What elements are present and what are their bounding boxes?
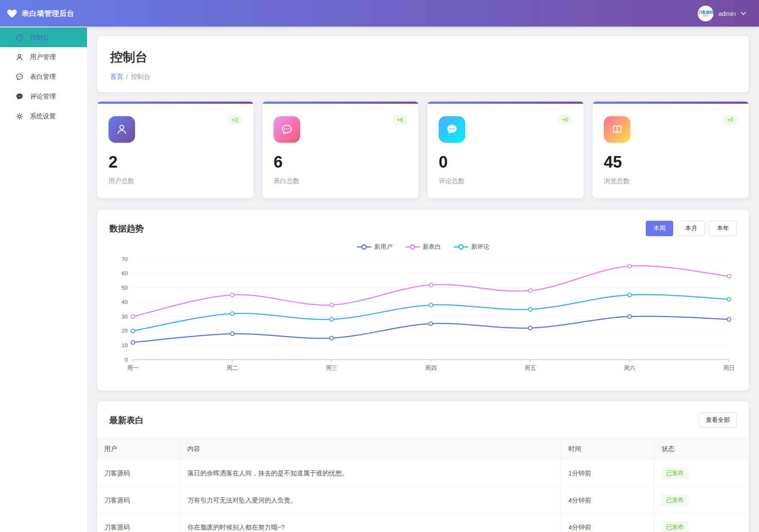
trend-card-header: 数据趋势 本周本月本年 — [109, 221, 737, 236]
avatar-logo-text: 刀客源码 — [698, 10, 714, 15]
latest-card: 最新表白 查看全部 用户内容时间状态 刀客源码落日的余晖洒落在人间，抹去的是不知… — [97, 401, 749, 532]
sidebar-item-comments[interactable]: 评论管理 — [0, 87, 87, 106]
svg-text:周六: 周六 — [624, 365, 636, 371]
svg-text:50: 50 — [122, 285, 128, 291]
sidebar-item-users[interactable]: 用户管理 — [0, 47, 87, 67]
stat-value: 0 — [439, 154, 572, 170]
page-header-card: 控制台 首页/控制台 — [97, 36, 749, 92]
latest-card-header: 最新表白 查看全部 — [97, 412, 749, 428]
book-icon — [604, 116, 630, 143]
breadcrumb-current: 控制台 — [131, 73, 150, 80]
legend-label: 新评论 — [471, 243, 489, 251]
svg-text:20: 20 — [122, 328, 128, 334]
stat-card-confessions: +66表白总数 — [262, 102, 419, 198]
sidebar-item-label: 控制台 — [30, 33, 49, 42]
status-badge: 已发布 — [662, 521, 689, 532]
username[interactable]: admin — [718, 10, 736, 17]
legend-marker-icon — [357, 244, 371, 250]
table-row: 刀客源码落日的余晖洒落在人间，抹去的是不知道属于谁的忧愁。1分钟前已发布 — [97, 460, 749, 487]
legend-label: 新表白 — [423, 243, 441, 251]
legend-marker-icon — [405, 244, 420, 250]
stat-label: 评论总数 — [439, 177, 572, 185]
user-icon — [15, 53, 24, 61]
brand: 表白墙管理后台 — [0, 9, 87, 18]
stat-delta-badge: +6 — [393, 115, 407, 125]
app-header: 表白墙管理后台 刀客源码 ●●●●● admin — [0, 0, 759, 27]
stat-card-users: +22用户总数 — [97, 102, 253, 198]
sidebar-item-label: 系统设置 — [30, 112, 56, 120]
avatar-logo-sub: ●●●●● — [703, 15, 708, 17]
sidebar-item-confessions[interactable]: 表白管理 — [0, 67, 87, 87]
legend-label: 新用户 — [374, 243, 392, 251]
table-header-cell: 状态 — [654, 439, 749, 460]
table-row: 刀客源码万有引力可无法对坠入爱河的人负责。4分钟前已发布 — [97, 487, 749, 514]
user-cell: 刀客源码 — [97, 460, 179, 487]
stat-label: 表白总数 — [274, 177, 407, 185]
heart-icon — [7, 9, 17, 18]
svg-text:周五: 周五 — [524, 365, 536, 371]
table-header-cell: 用户 — [97, 439, 179, 460]
stat-delta-badge: +0 — [723, 115, 737, 125]
table-header-cell: 时间 — [560, 439, 654, 460]
trend-line-chart[interactable]: 010203040506070周一周二周三周四周五周六周日 — [109, 252, 737, 381]
avatar[interactable]: 刀客源码 ●●●●● — [698, 6, 714, 21]
user-menu[interactable]: 刀客源码 ●●●●● admin — [698, 6, 759, 21]
page-title: 控制台 — [110, 49, 736, 66]
svg-text:周四: 周四 — [425, 365, 437, 371]
stat-value: 2 — [108, 154, 242, 170]
svg-text:30: 30 — [122, 313, 128, 320]
stat-card-accent-bar — [593, 102, 749, 104]
sidebar-item-label: 用户管理 — [30, 53, 56, 61]
stat-card-accent-bar — [262, 102, 419, 104]
chart-canvas[interactable]: 010203040506070周一周二周三周四周五周六周日 — [109, 252, 737, 383]
sidebar-item-dashboard[interactable]: 控制台 — [0, 27, 87, 47]
stat-label: 用户总数 — [108, 177, 242, 185]
user-cell: 刀客源码 — [97, 514, 179, 532]
table-header-cell: 内容 — [179, 439, 560, 460]
legend-item[interactable]: 新用户 — [357, 243, 392, 251]
range-button-week[interactable]: 本周 — [646, 221, 673, 236]
content-cell: 落日的余晖洒落在人间，抹去的是不知道属于谁的忧愁。 — [179, 460, 560, 487]
chat-filled-icon — [15, 92, 24, 101]
time-cell: 4分钟前 — [560, 514, 654, 532]
sidebar-item-settings[interactable]: 系统设置 — [0, 106, 87, 126]
svg-text:周日: 周日 — [723, 365, 735, 371]
legend-item[interactable]: 新评论 — [454, 243, 489, 251]
sidebar-item-label: 表白管理 — [30, 73, 56, 81]
stat-card-views: +045浏览总数 — [593, 102, 749, 198]
range-button-month[interactable]: 本月 — [678, 221, 705, 236]
trend-card: 数据趋势 本周本月本年 新用户新表白新评论 010203040506070周一周… — [97, 210, 749, 391]
svg-text:40: 40 — [122, 299, 128, 305]
gear-icon — [15, 112, 24, 120]
stat-delta-badge: +2 — [228, 115, 242, 125]
latest-table: 用户内容时间状态 刀客源码落日的余晖洒落在人间，抹去的是不知道属于谁的忧愁。1分… — [97, 438, 749, 532]
svg-text:0: 0 — [125, 357, 128, 363]
svg-text:60: 60 — [122, 270, 128, 277]
latest-title: 最新表白 — [109, 415, 144, 426]
app-title: 表白墙管理后台 — [22, 9, 75, 18]
breadcrumb: 首页/控制台 — [110, 73, 736, 81]
svg-text:周三: 周三 — [326, 365, 337, 371]
content-cell: 你在颓废的时候别人都在努力哦~? — [179, 514, 560, 532]
table-row: 刀客源码你在颓废的时候别人都在努力哦~?4分钟前已发布 — [97, 514, 749, 532]
range-buttons: 本周本月本年 — [646, 221, 737, 236]
legend-item[interactable]: 新表白 — [405, 243, 441, 251]
svg-text:周一: 周一 — [127, 365, 139, 371]
svg-text:70: 70 — [122, 256, 128, 262]
breadcrumb-home-link[interactable]: 首页 — [110, 73, 123, 80]
stat-card-accent-bar — [97, 102, 253, 104]
chat-outline-icon — [274, 116, 300, 143]
chat-filled-icon — [439, 116, 465, 143]
sidebar: 控制台用户管理表白管理评论管理系统设置 — [0, 27, 87, 532]
status-cell: 已发布 — [654, 460, 749, 487]
svg-text:周二: 周二 — [226, 365, 238, 371]
stat-value: 6 — [274, 154, 407, 170]
range-button-year[interactable]: 本年 — [709, 221, 737, 236]
chart-legend: 新用户新表白新评论 — [109, 243, 737, 251]
view-all-button[interactable]: 查看全部 — [699, 412, 737, 428]
chevron-down-icon[interactable] — [741, 12, 746, 15]
stat-card-accent-bar — [428, 102, 584, 104]
table-header-row: 用户内容时间状态 — [97, 439, 749, 460]
main-content: 控制台 首页/控制台 +22用户总数+66表白总数+00评论总数+045浏览总数… — [87, 0, 759, 532]
stats-row: +22用户总数+66表白总数+00评论总数+045浏览总数 — [97, 102, 749, 198]
